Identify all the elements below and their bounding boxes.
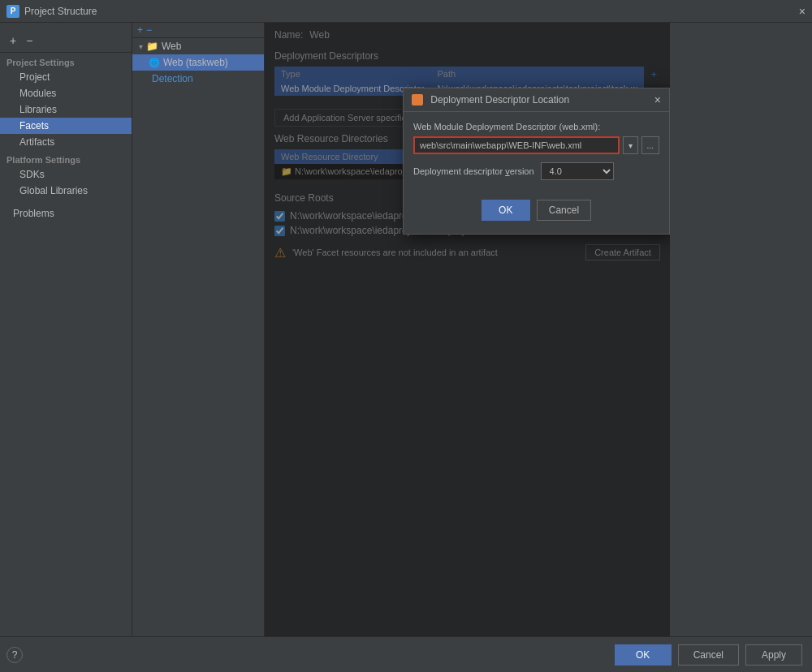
title-bar: P Project Structure × (0, 0, 812, 23)
sidebar-item-libraries[interactable]: Libraries (0, 101, 132, 118)
modal-buttons: OK Cancel (413, 193, 659, 224)
modal-version-select[interactable]: 4.0 (541, 162, 614, 180)
tree-item-detection[interactable]: Detection (132, 71, 264, 87)
modal-browse-button[interactable]: ... (641, 136, 659, 154)
sidebar-section-platform: Platform Settings (0, 150, 132, 166)
sidebar-add-button[interactable]: + (6, 32, 19, 49)
apply-button[interactable]: Apply (745, 644, 802, 666)
modal-close-button[interactable]: × (654, 93, 661, 106)
cancel-button[interactable]: Cancel (678, 644, 739, 666)
modal-input-row: ▾ ... (413, 136, 659, 154)
modal-title: Deployment Descriptor Location (430, 94, 569, 106)
sidebar-item-sdks[interactable]: SDKs (0, 166, 132, 183)
modal-field-label: Web Module Deployment Descriptor (web.xm… (413, 122, 659, 131)
tree-item-web[interactable]: ▾ 📁 Web (132, 38, 264, 54)
modal-dropdown-button[interactable]: ▾ (623, 136, 638, 154)
sidebar-remove-button[interactable]: − (23, 32, 36, 49)
bottom-bar: ? OK Cancel Apply (0, 636, 812, 672)
modal-version-row: Deployment descriptor version 4.0 (413, 162, 659, 180)
sidebar-item-global-libraries[interactable]: Global Libraries (0, 183, 132, 199)
tree-add-button[interactable]: + (137, 24, 143, 36)
help-button[interactable]: ? (6, 647, 23, 663)
sidebar-section-project: Project Settings (0, 53, 132, 69)
sidebar-toolbar: + − (0, 29, 132, 53)
modal-icon (412, 94, 423, 106)
ok-button[interactable]: OK (615, 644, 672, 666)
sidebar-item-problems[interactable]: Problems (0, 205, 132, 222)
modal-cancel-button[interactable]: Cancel (537, 200, 591, 221)
sidebar-item-artifacts[interactable]: Artifacts (0, 134, 132, 150)
app-icon: P (6, 5, 19, 18)
modal-ok-button[interactable]: OK (482, 200, 530, 221)
split-panel: + − ▾ 📁 Web 🌐 Web (taskweb) Detection Na… (132, 23, 670, 636)
sidebar-item-facets[interactable]: Facets (0, 118, 132, 134)
close-icon[interactable]: × (799, 5, 806, 18)
tree-toolbar: + − (132, 23, 264, 38)
modal-title-bar: Deployment Descriptor Location × (404, 88, 669, 112)
main-layout: + − Project Settings Project Modules Lib… (0, 23, 812, 636)
sidebar: + − Project Settings Project Modules Lib… (0, 23, 132, 636)
modal-dialog: Deployment Descriptor Location × Web Mod… (403, 88, 670, 235)
right-content: Name: Web Deployment Descriptors Type Pa… (265, 23, 670, 636)
tree-container: + − ▾ 📁 Web 🌐 Web (taskweb) Detection (132, 23, 265, 636)
sidebar-item-modules[interactable]: Modules (0, 85, 132, 101)
modal-overlay: Deployment Descriptor Location × Web Mod… (265, 23, 670, 636)
tree-item-taskweb[interactable]: 🌐 Web (taskweb) (132, 54, 264, 71)
modal-title-content: Deployment Descriptor Location (412, 94, 569, 106)
tree-arrow-icon: ▾ (139, 42, 143, 51)
folder-icon: 📁 (146, 41, 158, 52)
web-icon: 🌐 (149, 58, 160, 68)
sidebar-item-project[interactable]: Project (0, 69, 132, 85)
modal-body: Web Module Deployment Descriptor (web.xm… (404, 112, 669, 234)
modal-version-label: Deployment descriptor version (413, 166, 534, 176)
window-title: Project Structure (24, 6, 97, 17)
modal-input-field[interactable] (413, 136, 620, 154)
tree-remove-button[interactable]: − (146, 24, 152, 36)
